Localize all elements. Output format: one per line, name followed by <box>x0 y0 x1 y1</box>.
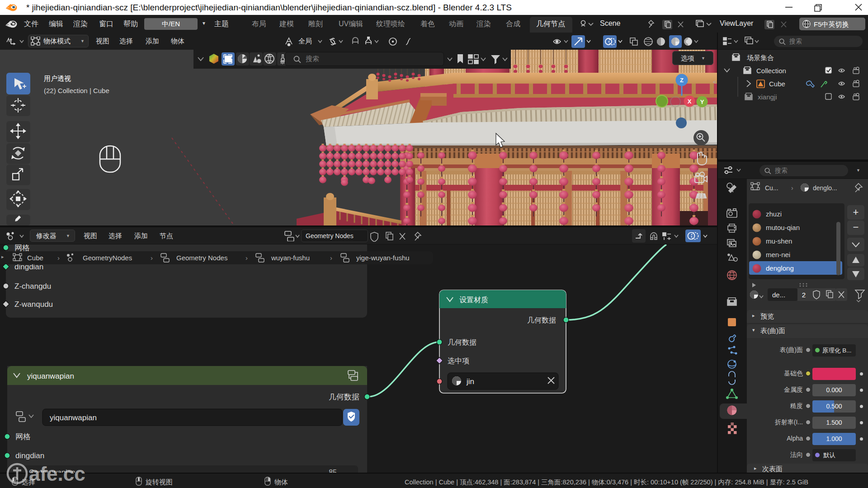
svg-text:yige-wuyan-fushu: yige-wuyan-fushu <box>356 254 410 262</box>
svg-text:Collection: Collection <box>756 67 786 75</box>
svg-text:Y: Y <box>700 99 704 105</box>
svg-text:选中项: 选中项 <box>448 357 469 365</box>
svg-text:yiquanwapian: yiquanwapian <box>27 372 74 380</box>
svg-text:mu-shen: mu-shen <box>766 237 792 245</box>
svg-text:wuyan-fushu: wuyan-fushu <box>271 254 310 262</box>
svg-text:denglo...: denglo... <box>813 184 837 192</box>
svg-text:de...: de... <box>772 291 785 299</box>
svg-text:›: › <box>57 254 60 262</box>
svg-text:−: − <box>853 221 859 233</box>
svg-text:场景集合: 场景集合 <box>747 54 774 61</box>
svg-text:afe.cc: afe.cc <box>29 463 85 485</box>
svg-text:denglong: denglong <box>766 264 794 272</box>
svg-text:xiangji: xiangji <box>758 93 777 101</box>
svg-text:Z-wanqudu: Z-wanqudu <box>14 300 53 309</box>
svg-text:<: < <box>713 79 717 85</box>
svg-text:Cu...: Cu... <box>765 184 778 192</box>
svg-text:几何数据: 几何数据 <box>527 316 556 324</box>
svg-text:yiquanwapian: yiquanwapian <box>50 413 97 422</box>
svg-text:Z-changdu: Z-changdu <box>14 282 51 291</box>
svg-text:(22) Collection | Cube: (22) Collection | Cube <box>44 87 109 94</box>
svg-text:jin: jin <box>466 377 474 386</box>
svg-text:men-nei: men-nei <box>766 251 790 258</box>
svg-text:几何数据: 几何数据 <box>448 338 476 346</box>
svg-text:网格: 网格 <box>15 432 31 441</box>
svg-text:几何数据: 几何数据 <box>329 393 359 401</box>
svg-text:›: › <box>245 254 248 262</box>
svg-text:Cube: Cube <box>769 80 785 88</box>
svg-text:›: › <box>330 254 332 262</box>
svg-text:设置材质: 设置材质 <box>459 296 488 304</box>
svg-text:mutou-qian: mutou-qian <box>766 224 800 231</box>
svg-text:+: + <box>853 206 859 218</box>
svg-text:zhuzi: zhuzi <box>766 210 782 218</box>
svg-text:2: 2 <box>802 291 806 299</box>
svg-text:GeometryNodes: GeometryNodes <box>83 254 132 262</box>
svg-text:Geometry Nodes: Geometry Nodes <box>176 254 227 262</box>
svg-text:X: X <box>688 98 692 105</box>
svg-text:›: › <box>151 254 153 262</box>
svg-text:Z: Z <box>680 77 684 84</box>
svg-text:›: › <box>791 184 793 192</box>
svg-text:用户透视: 用户透视 <box>44 75 71 82</box>
svg-text:85: 85 <box>329 469 337 473</box>
svg-text:Cube: Cube <box>27 254 43 262</box>
svg-text:dingdian: dingdian <box>15 451 44 460</box>
